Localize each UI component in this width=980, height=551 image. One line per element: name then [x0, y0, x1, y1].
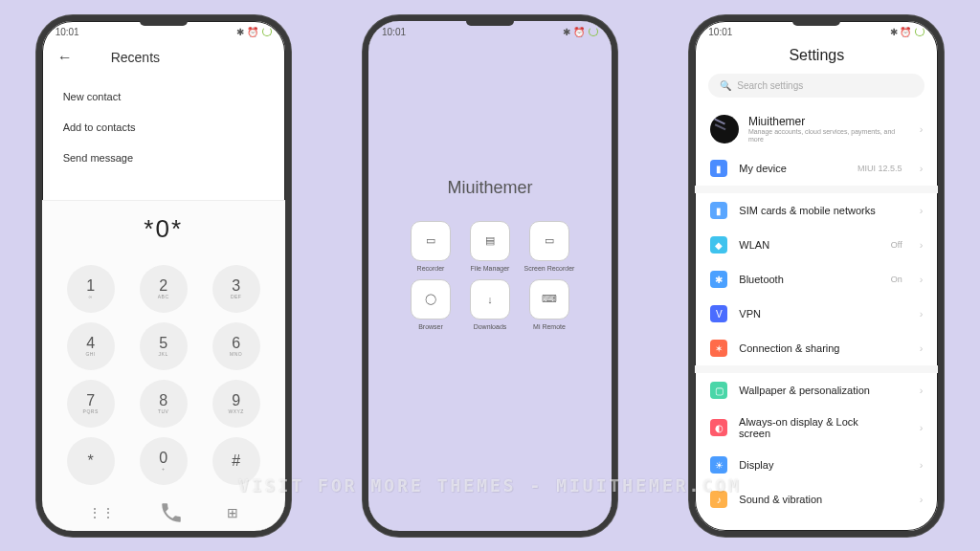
setting-icon: ✱	[710, 271, 727, 288]
setting-icon: ▢	[710, 382, 727, 399]
setting-label: SIM cards & mobile networks	[739, 205, 875, 216]
setting-icon: ✶	[710, 340, 727, 357]
setting-connection-sharing[interactable]: ✶ Connection & sharing ›	[695, 331, 938, 365]
key-number: 8	[159, 392, 167, 409]
menu-item-new-contact[interactable]: New contact	[42, 81, 285, 112]
setting-wlan[interactable]: ◆ WLAN Off ›	[695, 228, 938, 262]
key-number: 6	[232, 335, 240, 352]
profile-row[interactable]: Miuithemer Manage accounts, cloud servic…	[695, 107, 938, 152]
dialpad-key-5[interactable]: 5JKL	[140, 322, 188, 370]
app-downloads[interactable]: ↓Downloads	[464, 279, 516, 330]
setting-sound-vibration[interactable]: ♪ Sound & vibration ›	[695, 482, 938, 517]
chevron-right-icon: ›	[920, 342, 924, 354]
menu-item-add-to-contacts[interactable]: Add to contacts	[42, 112, 285, 143]
app-icon: ▤	[470, 221, 510, 261]
app-label: Browser	[405, 323, 457, 330]
back-icon[interactable]: ←	[57, 49, 73, 66]
device-icon: ▮	[710, 160, 727, 177]
setting-value: MIUI 12.5.5	[858, 164, 902, 173]
setting-label: VPN	[739, 308, 761, 320]
dialpad-key-3[interactable]: 3DEF	[212, 265, 260, 313]
page-title: Settings	[695, 39, 938, 74]
search-input[interactable]: 🔍 Search settings	[708, 74, 924, 98]
key-letters: PQRS	[83, 408, 99, 414]
setting-icon: ♪	[710, 491, 727, 508]
chevron-right-icon: ›	[920, 459, 924, 471]
dialpad-key-1[interactable]: 1∞	[67, 265, 115, 313]
status-icons: ✱ ⏰	[890, 27, 912, 37]
setting-wallpaper-personalization[interactable]: ▢ Wallpaper & personalization ›	[695, 373, 938, 408]
app-file-manager[interactable]: ▤File Manager	[464, 221, 516, 272]
key-number: 0	[159, 450, 167, 467]
dialpad-toggle-icon[interactable]: ⊞	[227, 505, 238, 520]
app-label: Downloads	[464, 323, 516, 330]
status-bar: 10:01 ✱ ⏰	[42, 21, 285, 39]
setting-always-on-display-lock-screen[interactable]: ◐ Always-on display & Lock screen ›	[695, 408, 938, 448]
dialpad-key-4[interactable]: 4GHI	[67, 322, 115, 370]
setting-bluetooth[interactable]: ✱ Bluetooth On ›	[695, 262, 938, 297]
setting-label: Connection & sharing	[739, 342, 839, 354]
app-screen-recorder[interactable]: ▭Screen Recorder	[523, 221, 575, 272]
search-placeholder: Search settings	[737, 80, 803, 91]
app-label: File Manager	[464, 265, 516, 272]
search-icon: 🔍	[720, 80, 731, 91]
dialpad-key-*[interactable]: *	[67, 437, 115, 485]
app-recorder[interactable]: ▭Recorder	[405, 221, 457, 272]
app-icon: ↓	[470, 279, 510, 320]
key-number: 1	[86, 277, 95, 295]
page-title: Recents	[111, 50, 160, 65]
profile-desc: Manage accounts, cloud services, payment…	[748, 128, 910, 144]
dialpad-key-6[interactable]: 6MNO	[212, 322, 260, 370]
app-label: Mi Remote	[523, 323, 575, 330]
recents-menu: New contact Add to contacts Send message	[42, 76, 285, 183]
setting-label: Display	[739, 459, 773, 471]
dialpad-key-9[interactable]: 9WXYZ	[212, 380, 260, 428]
chevron-right-icon: ›	[920, 239, 924, 251]
dialpad-key-8[interactable]: 8TUV	[140, 380, 188, 428]
app-browser[interactable]: ◯Browser	[405, 279, 457, 330]
app-mi-remote[interactable]: ⌨Mi Remote	[523, 279, 575, 330]
key-letters: +	[162, 466, 165, 472]
setting-label: Sound & vibration	[739, 494, 822, 505]
dialpad-key-7[interactable]: 7PQRS	[67, 380, 115, 428]
setting-icon: V	[710, 305, 727, 322]
chevron-right-icon: ›	[920, 123, 924, 135]
setting-label: WLAN	[739, 239, 769, 251]
section-gap	[695, 186, 938, 193]
setting-label: Bluetooth	[739, 274, 783, 285]
key-letters: ABC	[158, 294, 169, 299]
setting-display[interactable]: ☀ Display ›	[695, 448, 938, 482]
chevron-right-icon: ›	[920, 163, 924, 174]
phone-mockup-home: 10:01 ✱ ⏰ Miuithemer ▭Recorder▤File Mana…	[363, 15, 617, 537]
status-time: 10:01	[708, 27, 732, 37]
setting-icon: ◐	[710, 419, 727, 436]
more-icon[interactable]: ⋮⋮	[88, 505, 115, 520]
key-number: 9	[232, 392, 240, 409]
menu-item-send-message[interactable]: Send message	[42, 143, 285, 173]
setting-sim-cards-mobile-networks[interactable]: ▮ SIM cards & mobile networks ›	[695, 193, 938, 228]
dialpad-key-2[interactable]: 2ABC	[140, 265, 188, 313]
setting-my-device[interactable]: ▮ My device MIUI 12.5.5 ›	[695, 151, 938, 186]
setting-label: My device	[739, 163, 787, 174]
chevron-right-icon: ›	[920, 308, 924, 320]
key-number: 4	[86, 335, 95, 352]
key-letters: WXYZ	[228, 408, 243, 414]
app-icon: ⌨	[529, 279, 569, 320]
key-number: 2	[159, 277, 167, 295]
dialpad-key-0[interactable]: 0+	[140, 437, 188, 485]
phone-mockup-settings: 10:01 ✱ ⏰ Settings 🔍 Search settings Miu…	[689, 15, 944, 537]
setting-icon: ▮	[710, 202, 727, 219]
app-icon: ▭	[411, 221, 451, 261]
key-letters: MNO	[230, 351, 242, 357]
phone-mockup-dialer: 10:01 ✱ ⏰ ← Recents New contact Add to c…	[36, 15, 291, 537]
avatar	[710, 115, 739, 143]
status-bar: 10:01 ✱ ⏰	[695, 21, 938, 39]
dialpad-key-#[interactable]: #	[212, 437, 260, 485]
dial-display: *0*	[42, 200, 285, 257]
setting-label: Wallpaper & personalization	[739, 385, 870, 396]
chevron-right-icon: ›	[920, 274, 924, 285]
key-letters: GHI	[85, 351, 95, 357]
section-gap	[695, 365, 938, 373]
call-button[interactable]	[159, 500, 184, 525]
setting-vpn[interactable]: V VPN ›	[695, 297, 938, 331]
